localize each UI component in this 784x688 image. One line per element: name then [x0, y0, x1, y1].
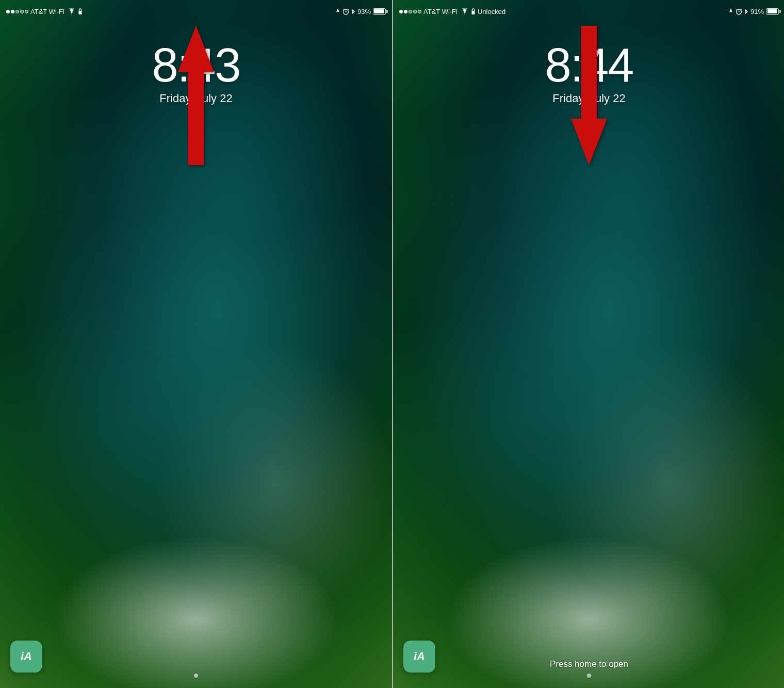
left-carrier-label: AT&T Wi-Fi — [30, 8, 64, 15]
right-signal-dots — [399, 10, 421, 13]
left-battery — [373, 8, 386, 15]
right-status-left: AT&T Wi-Fi Unlocked — [399, 8, 505, 15]
left-arrow-up — [173, 21, 219, 170]
svg-marker-6 — [178, 26, 214, 165]
left-status-left: AT&T Wi-Fi — [6, 8, 83, 15]
left-battery-icon — [373, 8, 386, 15]
left-home-dot — [194, 674, 198, 678]
right-wifi-icon — [461, 8, 469, 14]
signal-dot-4 — [20, 10, 24, 13]
left-location-icon — [335, 8, 340, 14]
right-status-right: 91% — [728, 8, 779, 15]
left-status-right: 93% — [335, 8, 386, 15]
right-arrow-container — [568, 21, 610, 165]
press-home-label: Press home to open — [550, 659, 628, 669]
right-status-bar: AT&T Wi-Fi Unlocked — [393, 0, 784, 23]
right-battery-fill — [767, 9, 777, 13]
left-app-icon[interactable]: iA — [10, 641, 42, 673]
svg-line-11 — [736, 9, 737, 10]
svg-line-4 — [342, 9, 344, 10]
right-alarm-icon — [736, 8, 742, 15]
right-battery — [766, 8, 779, 15]
right-signal-dot-4 — [413, 10, 417, 13]
right-signal-dot-5 — [418, 10, 421, 13]
left-phone-screen: AT&T Wi-Fi — [0, 0, 392, 688]
svg-rect-7 — [471, 11, 475, 14]
left-signal-dots — [6, 10, 28, 13]
svg-line-5 — [348, 9, 349, 10]
left-status-bar: AT&T Wi-Fi — [0, 0, 392, 23]
left-bottom-bar — [0, 674, 392, 678]
left-app-icon-container[interactable]: iA — [10, 641, 42, 673]
right-signal-dot-3 — [409, 10, 412, 13]
right-phone-screen: AT&T Wi-Fi Unlocked — [393, 0, 784, 688]
svg-rect-0 — [78, 11, 81, 14]
right-battery-icon — [766, 8, 779, 15]
right-lock-icon — [471, 8, 476, 14]
right-location-icon — [728, 8, 733, 14]
signal-dot-3 — [15, 10, 19, 13]
right-arrow-down — [566, 21, 612, 170]
right-carrier-label: AT&T Wi-Fi — [423, 8, 458, 15]
left-battery-percent: 93% — [357, 8, 371, 15]
signal-dot-1 — [6, 10, 10, 13]
left-alarm-icon — [342, 8, 349, 15]
svg-line-12 — [741, 9, 742, 10]
right-bottom-bar: Press home to open — [393, 659, 784, 678]
right-battery-percent: 91% — [750, 8, 764, 15]
right-signal-dot-1 — [399, 10, 403, 13]
left-bluetooth-icon — [351, 8, 355, 15]
svg-marker-13 — [571, 26, 607, 165]
right-home-dot — [587, 674, 591, 678]
left-battery-fill — [374, 9, 384, 13]
left-arrow-container — [175, 21, 217, 165]
left-wifi-icon — [68, 8, 76, 14]
signal-dot-2 — [11, 10, 14, 13]
right-signal-dot-2 — [404, 10, 407, 13]
signal-dot-5 — [25, 10, 28, 13]
unlocked-label: Unlocked — [478, 8, 505, 15]
right-bluetooth-icon — [744, 8, 748, 15]
left-lock-icon — [78, 8, 83, 14]
